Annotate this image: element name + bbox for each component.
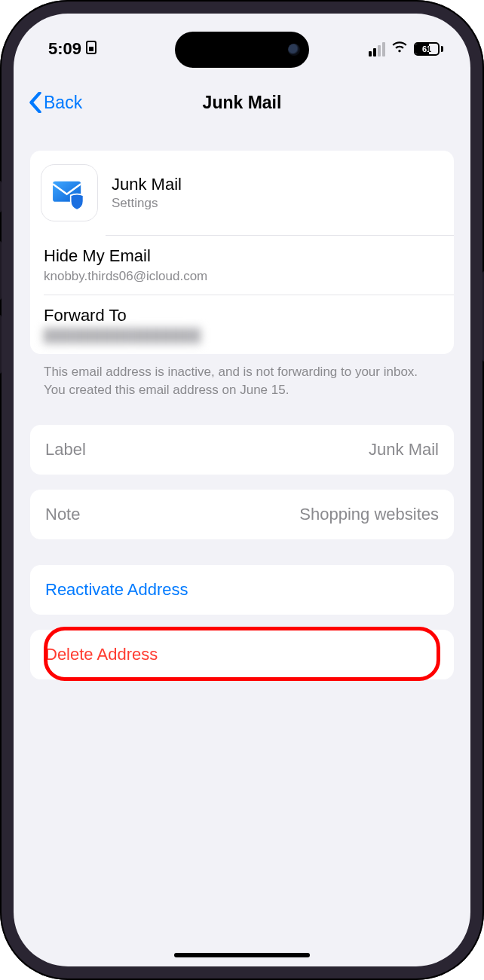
cellular-signal-icon — [369, 42, 385, 56]
home-indicator[interactable] — [174, 953, 310, 957]
silence-switch — [0, 181, 2, 212]
address-title: Junk Mail — [112, 175, 182, 194]
reactivate-address-button[interactable]: Reactivate Address — [30, 565, 454, 615]
label-row[interactable]: Label Junk Mail — [30, 425, 454, 475]
back-button[interactable]: Back — [29, 81, 82, 124]
content-area: Junk Mail Settings Hide My Email knobby.… — [14, 151, 470, 966]
svg-rect-1 — [89, 47, 93, 51]
delete-address-button[interactable]: Delete Address — [30, 630, 454, 679]
back-label: Back — [44, 93, 82, 113]
forward-to-row[interactable]: Forward To ████████████████ — [30, 295, 454, 354]
note-card: Note Shopping websites — [30, 490, 454, 539]
phone-frame: 5:09 61 — [0, 0, 484, 980]
forward-to-address: ████████████████ — [44, 328, 440, 343]
label-value: Junk Mail — [369, 440, 439, 459]
mail-shield-icon — [41, 164, 98, 221]
delete-card: Delete Address — [30, 630, 454, 679]
address-card: Junk Mail Settings Hide My Email knobby.… — [30, 151, 454, 354]
volume-up-button — [0, 241, 2, 300]
forward-to-label: Forward To — [44, 306, 440, 325]
address-header-row: Junk Mail Settings — [30, 151, 454, 235]
sim-icon — [86, 39, 96, 59]
note-row[interactable]: Note Shopping websites — [30, 490, 454, 539]
wifi-icon — [391, 38, 408, 60]
status-bar: 5:09 61 — [14, 14, 470, 68]
hide-my-email-label: Hide My Email — [44, 246, 440, 266]
hide-my-email-row[interactable]: Hide My Email knobby.thirds06@icloud.com — [30, 236, 454, 295]
status-footer-note: This email address is inactive, and is n… — [30, 354, 454, 399]
address-subtitle: Settings — [112, 196, 182, 211]
page-title: Junk Mail — [203, 93, 282, 113]
reactivate-card: Reactivate Address — [30, 565, 454, 615]
label-key: Label — [45, 440, 86, 459]
battery-percent: 61 — [415, 44, 438, 54]
battery-indicator: 61 — [414, 42, 443, 56]
label-card: Label Junk Mail — [30, 425, 454, 475]
volume-down-button — [0, 315, 2, 374]
chevron-left-icon — [29, 92, 42, 113]
note-key: Note — [45, 505, 80, 524]
note-value: Shopping websites — [299, 505, 439, 524]
nav-bar: Back Junk Mail — [14, 81, 470, 124]
screen: 5:09 61 — [14, 14, 470, 966]
hide-my-email-address: knobby.thirds06@icloud.com — [44, 269, 440, 284]
status-time: 5:09 — [48, 39, 81, 59]
